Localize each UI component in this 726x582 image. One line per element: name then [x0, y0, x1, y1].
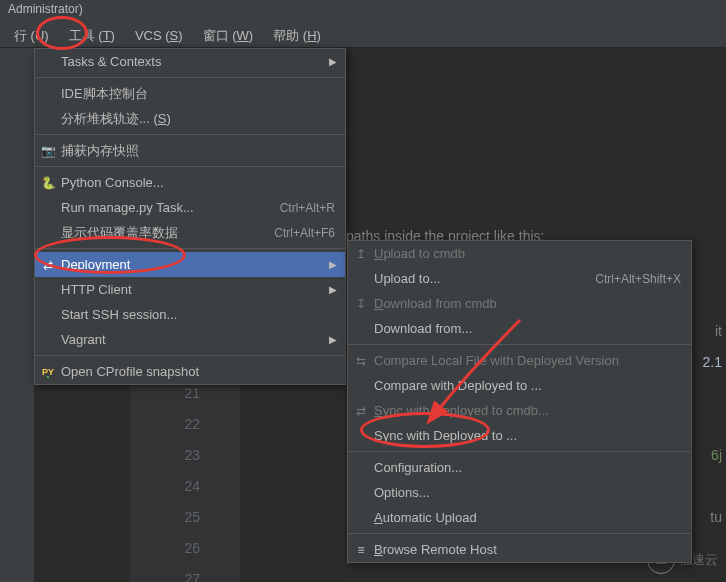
menu-separator	[35, 134, 345, 135]
menu-tasks-contexts[interactable]: Tasks & Contexts ▶	[35, 49, 345, 74]
menu-upload-cmdb[interactable]: ↥ Upload to cmdb	[348, 241, 691, 266]
menu-auto-upload[interactable]: Automatic Upload	[348, 505, 691, 530]
window-title: Administrator)	[8, 2, 83, 16]
submenu-arrow-icon: ▶	[329, 284, 337, 295]
list-icon: ≡	[353, 543, 369, 557]
menu-configuration[interactable]: Configuration...	[348, 455, 691, 480]
menu-vcs[interactable]: VCS (S)	[125, 26, 193, 45]
submenu-arrow-icon: ▶	[329, 334, 337, 345]
menu-start-ssh[interactable]: Start SSH session...	[35, 302, 345, 327]
menu-cprofile[interactable]: PY • Open CProfile snapshot	[35, 359, 345, 384]
menu-download-cmdb[interactable]: ↧ Download from cmdb	[348, 291, 691, 316]
dot-icon: •	[40, 372, 56, 381]
tools-menu-dropdown: Tasks & Contexts ▶ IDE脚本控制台 分析堆栈轨迹... (S…	[34, 48, 346, 385]
menu-separator	[35, 355, 345, 356]
menu-download-from[interactable]: Download from...	[348, 316, 691, 341]
title-bar: Administrator)	[0, 0, 726, 24]
tool-window-strip	[0, 48, 34, 582]
menu-separator	[348, 533, 691, 534]
menu-options[interactable]: Options...	[348, 480, 691, 505]
submenu-arrow-icon: ▶	[329, 259, 337, 270]
menu-analyze-stack[interactable]: 分析堆栈轨迹... (S)	[35, 106, 345, 131]
sync-icon: ⇄	[353, 404, 369, 418]
menu-python-console[interactable]: 🐍 Python Console...	[35, 170, 345, 195]
camera-icon: 📷	[40, 144, 56, 158]
menu-separator	[35, 248, 345, 249]
menu-separator	[35, 166, 345, 167]
menu-separator	[348, 344, 691, 345]
menu-coverage[interactable]: 显示代码覆盖率数据 Ctrl+Alt+F6	[35, 220, 345, 245]
sync-icon: ⇄	[40, 258, 56, 272]
python-icon: 🐍	[40, 176, 56, 190]
menu-compare-deployed[interactable]: Compare with Deployed to ...	[348, 373, 691, 398]
menu-deployment[interactable]: ⇄ Deployment ▶	[35, 252, 345, 277]
menu-run-manage[interactable]: Run manage.py Task... Ctrl+Alt+R	[35, 195, 345, 220]
menu-separator	[348, 451, 691, 452]
deployment-submenu: ↥ Upload to cmdb Upload to... Ctrl+Alt+S…	[347, 240, 692, 563]
menu-upload-to[interactable]: Upload to... Ctrl+Alt+Shift+X	[348, 266, 691, 291]
menu-window[interactable]: 窗口 (W)	[193, 25, 264, 47]
menu-tools[interactable]: 工具 (T)	[59, 25, 125, 47]
menu-vagrant[interactable]: Vagrant ▶	[35, 327, 345, 352]
submenu-arrow-icon: ▶	[329, 56, 337, 67]
menu-sync-deployed[interactable]: Sync with Deployed to ...	[348, 423, 691, 448]
menu-sync-cmdb[interactable]: ⇄ Sync with Deployed to cmdb...	[348, 398, 691, 423]
upload-icon: ↥	[353, 247, 369, 261]
shortcut-label: Ctrl+Alt+Shift+X	[595, 272, 681, 286]
menu-ide-console[interactable]: IDE脚本控制台	[35, 81, 345, 106]
menu-run[interactable]: 行 (U)	[4, 25, 59, 47]
menu-separator	[35, 77, 345, 78]
menu-http-client[interactable]: HTTP Client ▶	[35, 277, 345, 302]
shortcut-label: Ctrl+Alt+F6	[274, 226, 335, 240]
menu-compare-local[interactable]: ⇆ Compare Local File with Deployed Versi…	[348, 348, 691, 373]
menu-browse-remote[interactable]: ≡ Browse Remote Host	[348, 537, 691, 562]
menu-bar: 行 (U) 工具 (T) VCS (S) 窗口 (W) 帮助 (H)	[0, 24, 726, 48]
shortcut-label: Ctrl+Alt+R	[280, 201, 335, 215]
menu-help[interactable]: 帮助 (H)	[263, 25, 331, 47]
download-icon: ↧	[353, 297, 369, 311]
menu-capture-memory[interactable]: 📷 捕获内存快照	[35, 138, 345, 163]
code-right-fragments: it 2.1 6j tu	[703, 316, 722, 533]
compare-icon: ⇆	[353, 354, 369, 368]
